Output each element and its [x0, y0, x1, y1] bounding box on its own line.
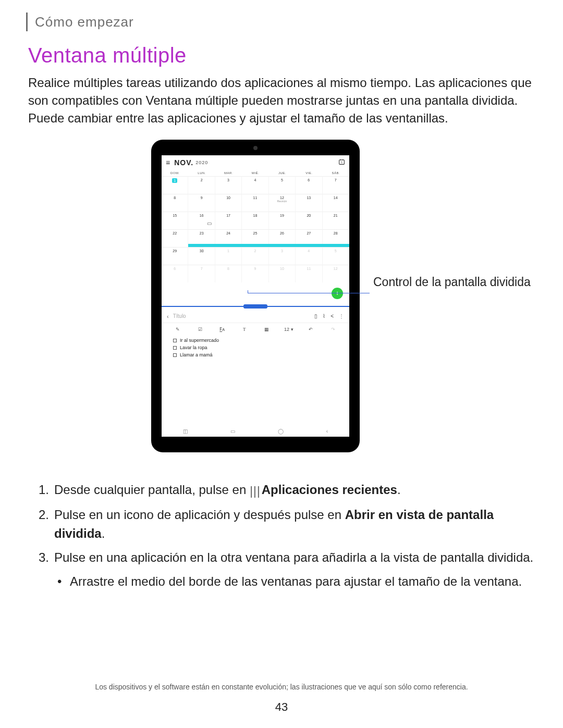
add-event-button[interactable]: +	[332, 288, 343, 299]
cal-day[interactable]: 4	[296, 247, 322, 265]
cal-day[interactable]: 10	[269, 265, 296, 282]
camera-dot	[253, 146, 258, 150]
callout-connector	[248, 293, 370, 293]
cal-day[interactable]: 7	[323, 176, 349, 194]
cal-day[interactable]: 21	[323, 212, 349, 229]
breadcrumb-text: Cómo empezar	[35, 14, 134, 30]
pen-icon[interactable]: ✎	[167, 327, 189, 332]
font-icon[interactable]: F̲ᴀ	[211, 327, 234, 332]
step-2: 2. Pulse en un icono de aplicación y des…	[39, 505, 539, 543]
cal-day[interactable]: 15	[162, 212, 188, 229]
checkbox-icon[interactable]: ☑	[189, 327, 212, 332]
cal-day[interactable]: 2	[242, 247, 268, 265]
today-icon[interactable]: 1	[338, 158, 345, 167]
text-icon[interactable]: T	[234, 327, 256, 332]
cal-day[interactable]: 20	[296, 212, 322, 229]
notes-header: ‹ Título ▯ ⌇ < ⋮	[162, 310, 349, 323]
cal-day[interactable]: 9	[188, 194, 215, 212]
back-icon[interactable]: ‹	[167, 313, 169, 319]
cal-day[interactable]: 17	[215, 212, 242, 229]
callout-label: Control de la pantalla dividida	[373, 274, 531, 290]
cal-day[interactable]: 19	[269, 212, 296, 229]
cal-day[interactable]: 6	[162, 265, 188, 282]
cal-day[interactable]: 8	[215, 265, 242, 282]
cal-day[interactable]: 2	[188, 176, 215, 194]
layout-icon[interactable]: ▦	[255, 327, 278, 332]
calendar-header: ≡ NOV. 2020 1	[162, 155, 349, 170]
svg-text:1: 1	[341, 161, 342, 164]
notes-body[interactable]: Ir al supermercado Lavar la ropa Llamar …	[173, 338, 219, 360]
notes-title-placeholder[interactable]: Título	[173, 313, 186, 319]
cal-day[interactable]: 12	[323, 265, 349, 282]
checkbox-icon[interactable]	[173, 339, 177, 342]
share-icon[interactable]: <	[331, 313, 334, 319]
step-3: 3. Pulse en una aplicación en la otra ve…	[39, 548, 539, 591]
home-nav-icon[interactable]: ◯	[278, 428, 284, 434]
calendar-grid: DOM. LUN. MAR. MIÉ. JUE. VIE. SÁB. 1 2 3…	[162, 170, 349, 282]
step-3-sub: Arrastre el medio del borde de las venta…	[54, 572, 539, 591]
cal-day[interactable]: 3	[269, 247, 296, 265]
cal-day[interactable]: 5	[269, 176, 296, 194]
dow: LUN.	[188, 170, 215, 176]
calendar-month: NOV.	[174, 158, 193, 167]
note-icon: ▭	[207, 220, 212, 226]
intro-paragraph: Realice múltiples tareas utilizando dos …	[28, 74, 539, 127]
font-size-select[interactable]: 12 ▾	[278, 327, 300, 332]
cal-day[interactable]: 27	[296, 229, 322, 247]
cal-day[interactable]: 3	[215, 176, 242, 194]
multiwindow-nav-icon[interactable]: ◫	[183, 428, 188, 434]
redo-icon[interactable]: ↷	[322, 327, 345, 332]
dow: MIÉ.	[242, 170, 268, 176]
cal-day[interactable]: 4	[242, 176, 268, 194]
recents-nav-icon[interactable]: ▭	[230, 428, 235, 434]
tablet-screen: ≡ NOV. 2020 1 DOM. LUN. MAR. MIÉ. JUE. V…	[162, 155, 349, 437]
cal-day[interactable]: 24	[215, 229, 242, 247]
checkbox-icon[interactable]	[173, 346, 177, 350]
cal-day[interactable]: 26	[269, 229, 296, 247]
checkbox-icon[interactable]	[173, 353, 177, 357]
back-nav-icon[interactable]: ‹	[326, 428, 328, 434]
android-navbar: ◫ ▭ ◯ ‹	[162, 425, 349, 437]
page-number: 43	[0, 700, 563, 714]
cal-day[interactable]: 29	[162, 247, 188, 265]
page-title: Ventana múltiple	[28, 44, 187, 67]
steps-list: 1. Desde cualquier pantalla, pulse en | …	[39, 480, 539, 596]
calendar-year: 2020	[195, 160, 208, 165]
undo-icon[interactable]: ↶	[300, 327, 322, 332]
dow: DOM.	[162, 170, 188, 176]
recents-icon: | | |	[250, 482, 259, 500]
cal-day[interactable]: 16▭	[188, 212, 215, 229]
cal-day[interactable]: 5	[323, 247, 349, 265]
cal-day[interactable]: 8	[162, 194, 188, 212]
cal-day[interactable]: 10	[215, 194, 242, 212]
split-screen-handle[interactable]	[243, 304, 267, 309]
reading-mode-icon[interactable]: ▯	[314, 313, 317, 319]
cal-day[interactable]: 28	[323, 229, 349, 247]
cal-day[interactable]: 1	[215, 247, 242, 265]
cal-day[interactable]: 11	[242, 194, 268, 212]
cal-day[interactable]: 30	[188, 247, 215, 265]
dow: JUE.	[269, 170, 296, 176]
note-item: Ir al supermercado	[173, 338, 219, 343]
tablet-figure: ≡ NOV. 2020 1 DOM. LUN. MAR. MIÉ. JUE. V…	[151, 140, 360, 452]
more-icon[interactable]: ⋮	[339, 313, 344, 319]
cal-day[interactable]: 14	[323, 194, 349, 212]
breadcrumb: Cómo empezar	[26, 13, 134, 31]
menu-icon[interactable]: ≡	[166, 158, 170, 167]
cal-day[interactable]: 11	[296, 265, 322, 282]
cal-day[interactable]: 22	[162, 229, 188, 247]
cal-day[interactable]: 18	[242, 212, 268, 229]
cal-day[interactable]: 9	[242, 265, 268, 282]
cal-day[interactable]: 7	[188, 265, 215, 282]
attach-icon[interactable]: ⌇	[323, 313, 325, 319]
cal-day[interactable]: 25	[242, 229, 268, 247]
cal-day[interactable]: 6	[296, 176, 322, 194]
cal-day[interactable]: 12Reunión	[269, 194, 296, 212]
note-item: Llamar a mamá	[173, 352, 219, 357]
breadcrumb-bar	[26, 13, 28, 31]
dow: SÁB.	[323, 170, 349, 176]
cal-day[interactable]: 1	[162, 176, 188, 194]
dow: MAR.	[215, 170, 242, 176]
cal-day[interactable]: 13	[296, 194, 322, 212]
cal-day[interactable]: 23	[188, 229, 215, 247]
